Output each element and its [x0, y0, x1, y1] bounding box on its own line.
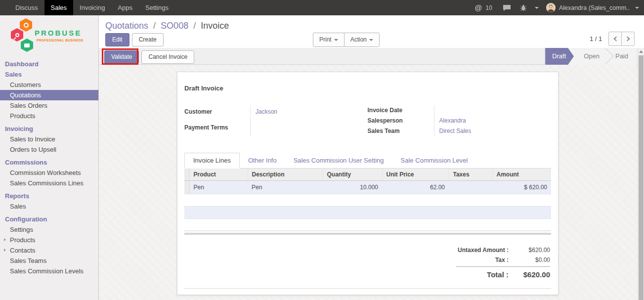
sheet-footer-divider — [184, 288, 551, 289]
status-chevron-icon — [604, 48, 609, 65]
user-menu[interactable]: Alexandra (Sales_comm.. — [559, 4, 630, 11]
sidebar-item-sales-commission-levels[interactable]: Sales Commission Levels — [0, 266, 98, 276]
sidebar-section-commissions: Commissions Commission Worksheets Sales … — [0, 157, 98, 188]
menu-discuss[interactable]: Discuss — [9, 0, 44, 15]
sidebar-item-orders-to-upsell[interactable]: Orders to Upsell — [0, 144, 98, 155]
status-state-draft[interactable]: Draft — [545, 48, 574, 65]
top-navbar: Discuss Sales Invoicing Apps Settings @ … — [0, 0, 644, 15]
user-menu-caret-icon[interactable] — [635, 7, 639, 9]
column-quantity: Quantity — [323, 169, 382, 181]
total-row: Total : $620.00 — [426, 268, 550, 280]
tab-sale-commission-level[interactable]: Sale Commission Level — [392, 153, 476, 168]
sidebar-item-config-products[interactable]: Products — [0, 235, 98, 245]
sidebar-section-invoicing: Invoicing Sales to Invoice Orders to Ups… — [0, 124, 98, 155]
totals-divider — [456, 266, 550, 267]
control-panel: Quotations / SO008 / Invoice Edit Create… — [99, 15, 644, 48]
chevron-left-icon — [613, 37, 618, 42]
tab-invoice-lines[interactable]: Invoice Lines — [184, 153, 240, 169]
action-label: Action — [350, 36, 367, 43]
scrollbar-up-arrow-icon[interactable] — [638, 48, 644, 55]
table-header-row: Product Description Quantity Unit Price … — [184, 169, 551, 181]
sidebar-item-sales-to-invoice[interactable]: Sales to Invoice — [0, 134, 98, 144]
sidebar-item-config-contacts[interactable]: Contacts — [0, 245, 98, 256]
salesperson-value[interactable]: Alexandra — [434, 116, 551, 126]
mentions-count[interactable]: 10 — [486, 4, 492, 11]
menu-apps[interactable]: Apps — [111, 0, 139, 15]
sidebar-header-reports[interactable]: Reports — [0, 191, 98, 201]
vertical-scrollbar[interactable] — [638, 48, 644, 300]
sidebar-item-settings[interactable]: Settings — [0, 224, 98, 235]
untaxed-amount-label: Untaxed Amount : — [458, 247, 509, 254]
scrollbar-thumb[interactable] — [639, 55, 644, 300]
tab-other-info[interactable]: Other Info — [240, 153, 285, 168]
action-button[interactable]: Action — [344, 33, 380, 47]
debug-bug-icon[interactable] — [520, 4, 526, 11]
sidebar-section-reports: Reports Sales — [0, 191, 98, 212]
sidebar-item-label: Contacts — [10, 247, 35, 254]
sidebar-item-quotations[interactable]: Quotations — [0, 90, 98, 100]
sales-team-value[interactable]: Direct Sales — [434, 126, 551, 136]
sidebar-header-invoicing[interactable]: Invoicing — [0, 124, 98, 134]
payment-terms-value[interactable] — [250, 121, 362, 137]
breadcrumb-so008[interactable]: SO008 — [161, 21, 188, 31]
invoice-line-row[interactable]: Pen Pen 10.000 62.00 $ 620.00 — [184, 181, 551, 194]
breadcrumb-separator: / — [151, 21, 158, 31]
pager-next-button[interactable] — [621, 32, 635, 46]
customer-label: Customer — [184, 105, 250, 121]
sidebar-header-sales[interactable]: Sales — [0, 69, 98, 80]
sidebar-item-sales-commissions-lines[interactable]: Sales Commissions Lines — [0, 178, 98, 188]
cell-taxes — [449, 181, 492, 194]
column-taxes: Taxes — [449, 169, 492, 181]
cancel-invoice-button[interactable]: Cancel Invoice — [141, 50, 194, 64]
print-caret-icon — [334, 39, 338, 41]
sidebar-item-dashboard[interactable]: Dashboard — [0, 59, 98, 69]
print-button[interactable]: Print — [313, 33, 344, 47]
sales-team-label: Sales Team — [368, 126, 434, 136]
sidebar-item-reports-sales[interactable]: Sales — [0, 201, 98, 212]
action-caret-icon — [369, 39, 373, 41]
customer-value[interactable]: Jackson — [250, 105, 362, 121]
create-button[interactable]: Create — [132, 33, 164, 46]
sidebar-item-products[interactable]: Products — [0, 111, 98, 121]
main-area: Quotations / SO008 / Invoice Edit Create… — [99, 15, 644, 300]
menu-sales[interactable]: Sales — [44, 0, 74, 15]
sidebar-item-sales-teams[interactable]: Sales Teams — [0, 256, 98, 266]
sidebar-item-commission-worksheets[interactable]: Commission Worksheets — [0, 168, 98, 178]
payment-terms-label: Payment Terms — [184, 121, 250, 137]
print-label: Print — [319, 36, 332, 43]
breadcrumb-quotations[interactable]: Quotations — [105, 21, 148, 31]
messages-icon[interactable] — [503, 4, 511, 11]
form-view-background: Draft Invoice Customer Jackson Payment T… — [99, 65, 644, 300]
breadcrumb-current: Invoice — [201, 21, 229, 31]
invoice-form-sheet: Draft Invoice Customer Jackson Payment T… — [177, 72, 558, 295]
sidebar-header-configuration[interactable]: Configuration — [0, 214, 98, 224]
edit-button[interactable]: Edit — [105, 33, 129, 46]
column-description: Description — [248, 169, 323, 181]
untaxed-amount-row: Untaxed Amount : $620.00 — [426, 245, 550, 255]
invoice-date-label: Invoice Date — [368, 105, 434, 116]
sidebar-section-configuration: Configuration Settings Products Contacts… — [0, 214, 98, 276]
pager-previous-button[interactable] — [608, 32, 622, 46]
mentions-icon[interactable]: @ — [474, 3, 482, 12]
empty-list-strip — [184, 206, 551, 219]
expand-chevron-icon — [4, 249, 6, 252]
sidebar-item-customers[interactable]: Customers — [0, 80, 98, 90]
tax-value: $0.00 — [509, 257, 550, 263]
menu-invoicing[interactable]: Invoicing — [73, 0, 111, 15]
tab-sales-commission-user-setting[interactable]: Sales Commission User Setting — [285, 153, 392, 168]
sidebar-item-sales-orders[interactable]: Sales Orders — [0, 100, 98, 111]
invoice-date-value[interactable] — [434, 105, 551, 116]
breadcrumb-separator: / — [191, 21, 198, 31]
sidebar-section-dashboard: Dashboard — [0, 59, 98, 69]
menu-settings[interactable]: Settings — [139, 0, 175, 15]
sidebar-header-commissions[interactable]: Commissions — [0, 157, 98, 168]
probuse-logo: PROBUSE PROFESSIONAL BUSINESS — [0, 15, 98, 59]
validate-button[interactable]: Validate — [104, 50, 139, 64]
pager-value: 1 / 1 — [590, 35, 602, 43]
expand-chevron-icon — [4, 238, 6, 241]
total-label: Total : — [487, 270, 509, 279]
sidebar-item-label: Products — [10, 236, 35, 244]
column-amount: Amount — [492, 169, 551, 181]
user-avatar[interactable] — [546, 3, 556, 12]
debug-caret-icon[interactable] — [535, 7, 539, 9]
